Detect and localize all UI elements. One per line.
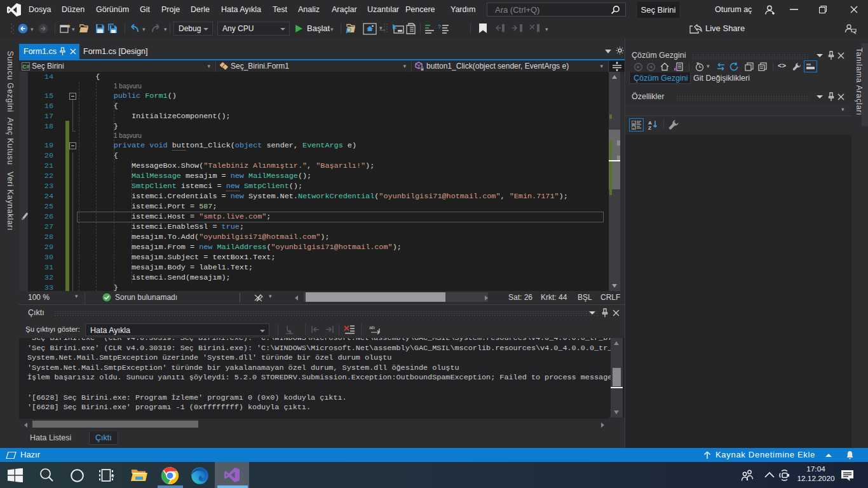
svg-text:C#: C# [23,64,30,70]
svg-text:Z: Z [648,125,651,130]
svg-text:ab: ab [369,325,375,330]
svg-text:?: ? [438,24,441,30]
svg-text:+: + [632,126,635,130]
svg-text:+: + [632,121,635,125]
